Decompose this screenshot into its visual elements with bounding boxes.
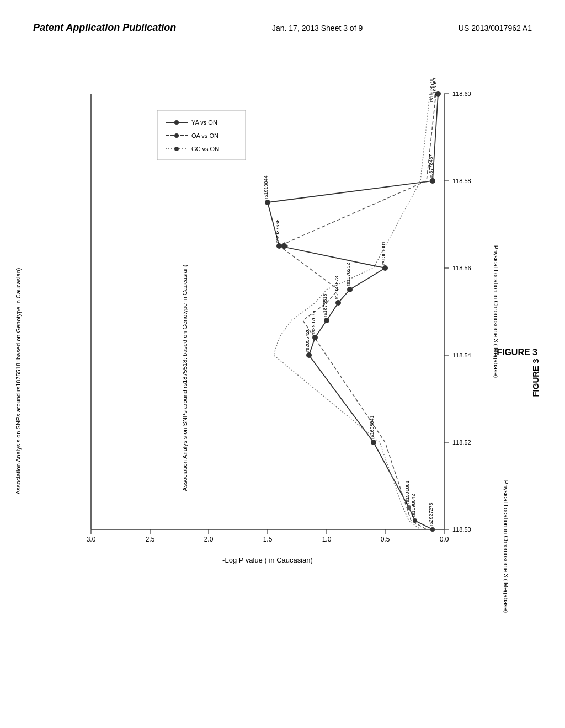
svg-text:118.56: 118.56: [452, 265, 471, 271]
svg-point-69: [174, 147, 179, 151]
svg-text:2.0: 2.0: [204, 536, 214, 543]
svg-point-59: [430, 527, 435, 532]
publication-title: Patent Application Publication: [33, 22, 176, 34]
svg-text:rs1501881: rs1501881: [404, 480, 410, 504]
svg-text:YA vs ON: YA vs ON: [191, 119, 217, 126]
svg-point-47: [324, 318, 329, 323]
y-axis-left-container: Association Analysis on SNPs around rs18…: [22, 212, 39, 543]
svg-text:OA vs ON: OA vs ON: [191, 132, 218, 139]
svg-point-57: [413, 518, 417, 523]
svg-text:rs2927275: rs2927275: [428, 502, 434, 526]
svg-text:rs1910044: rs1910044: [263, 175, 269, 199]
y-axis-left-label: Association Analysis on SNPs around rs18…: [15, 188, 22, 574]
svg-text:0.0: 0.0: [440, 536, 449, 543]
svg-text:2.5: 2.5: [146, 536, 155, 543]
svg-point-63: [174, 120, 179, 125]
svg-point-66: [174, 133, 179, 138]
publication-date: Jan. 17, 2013 Sheet 3 of 9: [272, 24, 363, 33]
y-axis-right-label: Physical Location in Chromosome 3 ( Mega…: [503, 381, 509, 712]
svg-text:0.5: 0.5: [381, 536, 390, 543]
svg-text:rs1676232: rs1676232: [345, 263, 351, 286]
svg-text:rs2937673: rs2937673: [334, 276, 339, 299]
svg-text:118.52: 118.52: [452, 439, 471, 446]
svg-text:118.50: 118.50: [452, 526, 471, 533]
svg-text:118.54: 118.54: [452, 352, 471, 358]
svg-text:118.58: 118.58: [452, 178, 471, 184]
svg-point-34: [430, 178, 435, 184]
svg-text:118.60: 118.60: [452, 90, 471, 97]
header: Patent Application Publication Jan. 17, …: [0, 0, 565, 39]
svg-point-43: [347, 287, 353, 292]
svg-text:rs2055426: rs2055426: [305, 328, 310, 352]
svg-text:rs1698041: rs1698041: [369, 415, 375, 439]
svg-text:rs2937666: rs2937666: [275, 219, 280, 243]
svg-point-45: [335, 300, 341, 306]
svg-point-36: [265, 200, 270, 205]
page: Patent Application Publication Jan. 17, …: [0, 0, 565, 728]
figure-label: FIGURE 3: [531, 358, 540, 397]
svg-point-49: [312, 335, 318, 340]
svg-text:1.5: 1.5: [263, 536, 273, 543]
svg-point-51: [306, 352, 312, 358]
svg-text:1.0: 1.0: [322, 536, 332, 543]
figure-3-label: FIGURE 3: [497, 347, 537, 357]
svg-text:GC vs ON: GC vs ON: [191, 146, 219, 152]
svg-text:rs1875518: rs1875518: [322, 293, 328, 317]
figure-area: FIGURE 3 Association Analysis on SNPs ar…: [22, 72, 543, 684]
svg-text:Physical Location in Chromosom: Physical Location in Chromosome 3 ( Mega…: [493, 245, 499, 378]
svg-text:rs6778437: rs6778437: [428, 154, 434, 178]
svg-point-53: [371, 440, 376, 445]
svg-text:rs1698042: rs1698042: [411, 494, 416, 517]
svg-text:rs1381801: rs1381801: [381, 241, 386, 265]
publication-number: US 2013/0017962 A1: [459, 24, 532, 33]
chart-svg: 3.0 2.5 2.0 1.5 1.0 0.5 0.0 -Log P value…: [47, 77, 527, 601]
svg-point-41: [382, 265, 388, 271]
svg-text:-Log P value ( in Caucasian): -Log P value ( in Caucasian): [222, 556, 313, 564]
svg-text:rs1969571: rs1969571: [432, 77, 438, 98]
svg-text:rs2937675: rs2937675: [311, 311, 316, 334]
svg-marker-39: [280, 242, 288, 250]
svg-text:3.0: 3.0: [87, 536, 96, 543]
